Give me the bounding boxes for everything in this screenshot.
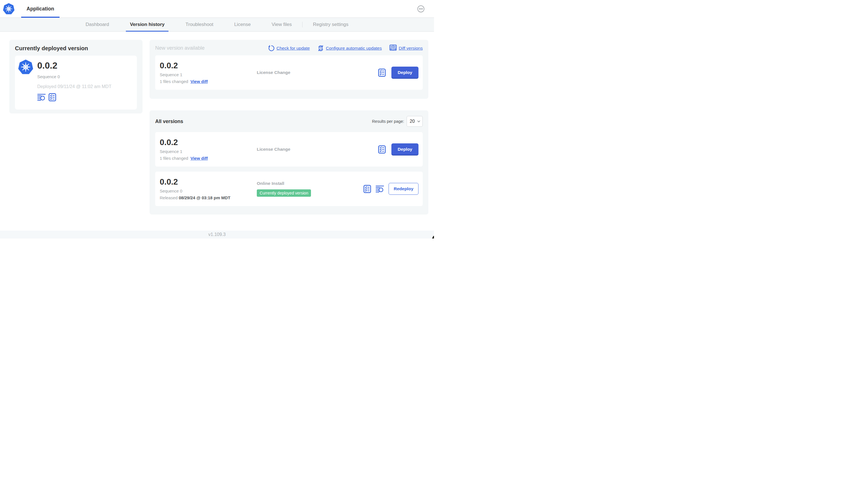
version-source: License Change (257, 70, 378, 75)
console-version: v1.109.3 (208, 232, 225, 237)
version-row-left: 0.0.2 Sequence 1 1 files changed View di… (160, 138, 257, 160)
configure-automatic-updates-label: Configure automatic updates (326, 46, 382, 51)
version-source: Online Install (257, 181, 364, 186)
configure-automatic-updates-link[interactable]: Configure automatic updates (317, 45, 382, 51)
deploy-button[interactable]: Deploy (392, 67, 418, 79)
view-diff-link[interactable]: View diff (190, 156, 208, 160)
diff-versions-label: Diff versions (399, 46, 423, 51)
files-changed-text: 1 files changed (160, 79, 188, 84)
overflow-menu-button[interactable] (417, 5, 425, 12)
results-per-page-label: Results per page: (372, 119, 404, 124)
logs-icon[interactable] (376, 185, 384, 193)
released-line: Released08/29/24 @ 03:18 pm MDT (160, 195, 257, 200)
released-timestamp: 08/29/24 @ 03:18 pm MDT (179, 195, 230, 200)
kubernetes-logo-icon (3, 3, 14, 14)
view-diff-link[interactable]: View diff (190, 79, 208, 84)
current-sequence: Sequence 0 (37, 74, 112, 79)
version-sequence: Sequence 1 (160, 72, 257, 77)
refresh-icon (268, 45, 275, 51)
version-row-left: 0.0.2 Sequence 1 1 files changed View di… (160, 61, 257, 84)
checklist-icon[interactable] (49, 93, 56, 101)
currently-deployed-title: Currently deployed version (15, 45, 137, 52)
new-version-header: New version available Check for update (155, 44, 423, 52)
ellipsis-circle-icon (417, 5, 425, 12)
version-history-column: New version available Check for update (150, 40, 428, 214)
new-version-title: New version available (155, 45, 205, 51)
corner-artifact (431, 236, 434, 239)
current-deployed-timestamp: Deployed 09/11/24 @ 11:02 am MDT (37, 84, 112, 89)
results-per-page-value: 20 (410, 119, 415, 124)
new-version-row: 0.0.2 Sequence 1 1 files changed View di… (155, 55, 423, 90)
version-row-actions: Redeploy (364, 183, 418, 195)
version-number: 0.0.2 (160, 138, 257, 147)
current-version-info: 0.0.2 Sequence 0 Deployed 09/11/24 @ 11:… (37, 60, 112, 101)
version-number: 0.0.2 (160, 61, 257, 70)
currently-deployed-version-box: 0.0.2 Sequence 0 Deployed 09/11/24 @ 11:… (15, 56, 137, 110)
tab-troubleshoot[interactable]: Troubleshoot (181, 18, 217, 31)
main-content: Currently deployed version (0, 32, 434, 231)
diff-icon (390, 44, 397, 52)
top-bar: Application (0, 0, 434, 18)
chevron-down-icon (417, 121, 420, 122)
version-row-actions: Deploy (378, 67, 418, 79)
files-changed-line: 1 files changed View diff (160, 156, 257, 160)
check-for-update-label: Check for update (277, 46, 310, 51)
version-sequence: Sequence 0 (160, 188, 257, 193)
deploy-button[interactable]: Deploy (392, 143, 418, 155)
version-row: 0.0.2 Sequence 1 1 files changed View di… (155, 132, 423, 167)
tab-registry-settings[interactable]: Registry settings (309, 18, 352, 31)
currently-deployed-badge: Currently deployed version (257, 189, 311, 197)
auto-update-clock-icon (317, 45, 324, 51)
released-prefix: Released (160, 195, 178, 200)
current-version-number: 0.0.2 (37, 61, 112, 70)
version-row-middle: License Change (257, 147, 378, 152)
all-versions-title: All versions (155, 119, 183, 124)
tab-version-history[interactable]: Version history (126, 18, 168, 31)
results-per-page-select[interactable]: 20 (407, 116, 423, 127)
version-row-middle: Online Install Currently deployed versio… (257, 181, 364, 197)
footer: v1.109.3 (0, 231, 434, 239)
checklist-icon[interactable] (378, 145, 386, 153)
version-number: 0.0.2 (160, 178, 257, 186)
version-row-middle: License Change (257, 70, 378, 75)
all-versions-card: All versions Results per page: 20 (150, 110, 428, 214)
version-sequence: Sequence 1 (160, 149, 257, 154)
diff-versions-link[interactable]: Diff versions (390, 44, 423, 52)
tab-license[interactable]: License (230, 18, 255, 31)
files-changed-line: 1 files changed View diff (160, 79, 257, 84)
app-nav-tabs: Dashboard Version history Troubleshoot L… (0, 18, 434, 32)
logs-icon[interactable] (37, 93, 46, 101)
version-row-deployed: 0.0.2 Sequence 0 Released08/29/24 @ 03:1… (155, 172, 423, 206)
current-version-actions (37, 93, 112, 101)
check-for-update-link[interactable]: Check for update (268, 45, 310, 51)
nav-divider (302, 22, 303, 27)
checklist-icon[interactable] (378, 68, 386, 77)
checklist-icon[interactable] (364, 185, 371, 193)
version-row-left: 0.0.2 Sequence 0 Released08/29/24 @ 03:1… (160, 178, 257, 200)
tab-view-files[interactable]: View files (268, 18, 296, 31)
currently-deployed-card: Currently deployed version (9, 40, 143, 114)
new-version-card: New version available Check for update (150, 40, 428, 99)
version-actions: Check for update (268, 44, 423, 52)
redeploy-button[interactable]: Redeploy (389, 183, 418, 195)
admin-console-page: Application Dashboard Version history Tr… (0, 0, 434, 239)
results-per-page: Results per page: 20 (372, 116, 423, 127)
tab-dashboard[interactable]: Dashboard (82, 18, 113, 31)
kubernetes-app-icon (18, 60, 33, 74)
app-tab-application[interactable]: Application (21, 0, 60, 18)
files-changed-text: 1 files changed (160, 156, 188, 160)
row-spacer (155, 167, 423, 172)
all-versions-header: All versions Results per page: 20 (155, 116, 423, 127)
version-source: License Change (257, 147, 378, 152)
version-row-actions: Deploy (378, 143, 418, 155)
app-tab-label: Application (27, 6, 54, 12)
